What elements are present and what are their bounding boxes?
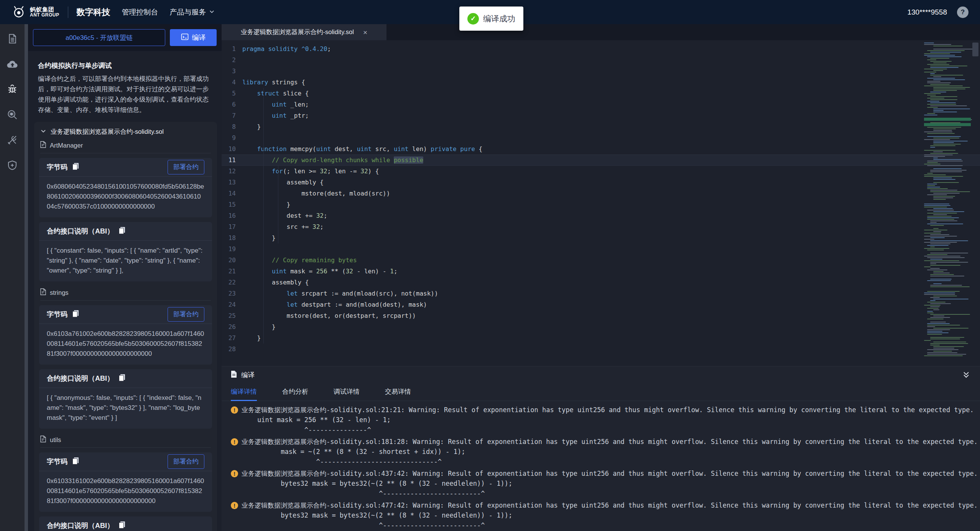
- code-line-7[interactable]: 7 uint _ptr;: [222, 110, 980, 121]
- rail-item-inspect[interactable]: [0, 103, 25, 128]
- minimap-line: [927, 59, 936, 60]
- minimap-line: [924, 233, 941, 233]
- minimap-line: [924, 340, 931, 341]
- chevron-down-icon: [40, 128, 46, 136]
- contract-item-ArtManager[interactable]: ArtManager: [34, 139, 217, 152]
- code-line-24[interactable]: 24 let destpart := and(mload(dest), mask…: [222, 299, 980, 310]
- minimap-line: [930, 153, 958, 154]
- copy-icon[interactable]: [72, 163, 79, 172]
- close-icon[interactable]: ×: [363, 29, 367, 36]
- bottom-tab-1[interactable]: 合约分析: [282, 383, 308, 401]
- bottom-tab-2[interactable]: 调试详情: [334, 383, 360, 401]
- nav-console[interactable]: 管理控制台: [122, 7, 158, 17]
- code-line-10[interactable]: 10 function memcpy(uint dest, uint src, …: [222, 143, 980, 155]
- warning-caret-line: ^------------------------------^: [231, 457, 980, 467]
- bytecode-card: 字节码部署合约0x61033161002e600b828282398051600…: [39, 452, 212, 512]
- minimap-line: [930, 285, 962, 286]
- copy-icon[interactable]: [118, 227, 125, 236]
- copy-icon[interactable]: [72, 310, 79, 319]
- sidebar-scrollbar[interactable]: [25, 24, 28, 531]
- deploy-contract-button[interactable]: 部署合约: [168, 454, 204, 469]
- code-line-19[interactable]: 19: [222, 243, 980, 255]
- minimap-line: [933, 193, 960, 194]
- chain-select-button[interactable]: a00e36c5 - 开放联盟链: [33, 29, 165, 46]
- code-text: }: [242, 123, 261, 130]
- ant-group-logo[interactable]: 蚂蚁集团 ANT GROUP: [12, 4, 59, 20]
- code-line-16[interactable]: 16 dest += 32;: [222, 210, 980, 221]
- editor-tab-active[interactable]: 业务逻辑数据浏览器展示合约-solidity.sol ×: [222, 24, 386, 40]
- rail-item-document[interactable]: [0, 27, 25, 52]
- contract-item-strings[interactable]: strings: [34, 286, 217, 299]
- minimap-line: [930, 253, 968, 253]
- code-line-26[interactable]: 26 }: [222, 321, 980, 332]
- warning-icon: !: [231, 406, 238, 414]
- account-phone[interactable]: 130****9558: [907, 8, 947, 16]
- minimap-line: [927, 64, 949, 65]
- rail-item-tools[interactable]: [0, 128, 25, 153]
- code-line-12[interactable]: 12 for(; len >= 32; len -= 32) {: [222, 166, 980, 177]
- minimap-line: [930, 75, 963, 76]
- deploy-contract-button[interactable]: 部署合约: [168, 307, 204, 322]
- code-line-15[interactable]: 15 }: [222, 199, 980, 210]
- code-line-1[interactable]: 1pragma solidity ^0.4.20;: [222, 43, 980, 54]
- minimap-line: [933, 283, 942, 284]
- minimap-line: [927, 95, 936, 95]
- code-line-9[interactable]: 9: [222, 132, 980, 143]
- code-line-28[interactable]: 28: [222, 344, 980, 355]
- minimap-line: [927, 161, 963, 161]
- code-line-11[interactable]: 11 // Copy word-length chunks while poss…: [222, 155, 980, 166]
- code-line-8[interactable]: 8 }: [222, 121, 980, 132]
- minimap-line: [930, 262, 968, 263]
- code-line-18[interactable]: 18 }: [222, 232, 980, 243]
- rail-item-debug[interactable]: [0, 77, 25, 103]
- code-line-23[interactable]: 23 let srcpart := and(mload(src), not(ma…: [222, 288, 980, 299]
- tree-file-row[interactable]: 业务逻辑数据浏览器展示合约-solidity.sol: [34, 125, 217, 139]
- code-line-4[interactable]: 4library strings {: [222, 77, 980, 88]
- bytecode-card: 字节码部署合约0x608060405234801561001057600080f…: [39, 158, 212, 217]
- minimap-line: [930, 337, 964, 338]
- bottom-tab-0[interactable]: 编译详情: [231, 383, 257, 401]
- copy-icon[interactable]: [118, 374, 125, 383]
- code-line-5[interactable]: 5 struct slice {: [222, 88, 980, 99]
- nav-products-services[interactable]: 产品与服务: [170, 7, 215, 17]
- code-line-6[interactable]: 6 uint _len;: [222, 99, 980, 110]
- help-icon[interactable]: ?: [957, 7, 968, 18]
- rail-item-deploy[interactable]: [0, 52, 25, 77]
- code-line-20[interactable]: 20 // Copy remaining bytes: [222, 255, 980, 266]
- copy-icon[interactable]: [118, 521, 125, 530]
- minimap-line: [930, 300, 936, 301]
- code-line-22[interactable]: 22 assembly {: [222, 277, 980, 288]
- minimap-line: [924, 282, 971, 283]
- minimap-line: [930, 259, 942, 260]
- code-line-14[interactable]: 14 mstore(dest, mload(src)): [222, 188, 980, 199]
- minimap-line: [933, 141, 968, 141]
- code-line-25[interactable]: 25 mstore(dest, or(destpart, srcpart)): [222, 310, 980, 321]
- collapse-panel-icon[interactable]: [962, 370, 971, 380]
- minimap[interactable]: [924, 43, 971, 364]
- minimap-line: [930, 52, 961, 53]
- copy-icon[interactable]: [72, 457, 79, 466]
- code-line-17[interactable]: 17 src += 32;: [222, 221, 980, 232]
- code-line-13[interactable]: 13 assembly {: [222, 177, 980, 188]
- minimap-line: [930, 265, 960, 266]
- minimap-line: [933, 62, 947, 63]
- contract-item-utils[interactable]: utils: [34, 433, 217, 446]
- code-line-27[interactable]: 27 }: [222, 332, 980, 344]
- minimap-line: [927, 82, 951, 83]
- code-line-2[interactable]: 2: [222, 54, 980, 66]
- deploy-contract-button[interactable]: 部署合约: [168, 160, 204, 174]
- bottom-tab-3[interactable]: 交易详情: [385, 383, 411, 401]
- brand-en: ANT GROUP: [30, 13, 59, 18]
- search-bug-icon: [7, 109, 18, 122]
- minimap-line: [927, 173, 933, 174]
- compile-button[interactable]: 编译: [170, 29, 217, 46]
- code-line-3[interactable]: 3: [222, 66, 980, 77]
- editor-scrollbar-thumb[interactable]: [972, 43, 978, 56]
- ant-logo-icon: [12, 4, 26, 20]
- minimap-line: [930, 247, 935, 247]
- code-area[interactable]: 1pragma solidity ^0.4.20;234library stri…: [222, 40, 980, 366]
- rail-item-security[interactable]: [0, 153, 25, 179]
- minimap-line: [933, 89, 965, 89]
- code-line-21[interactable]: 21 uint mask = 256 ** (32 - len) - 1;: [222, 266, 980, 277]
- minimap-line: [930, 343, 968, 344]
